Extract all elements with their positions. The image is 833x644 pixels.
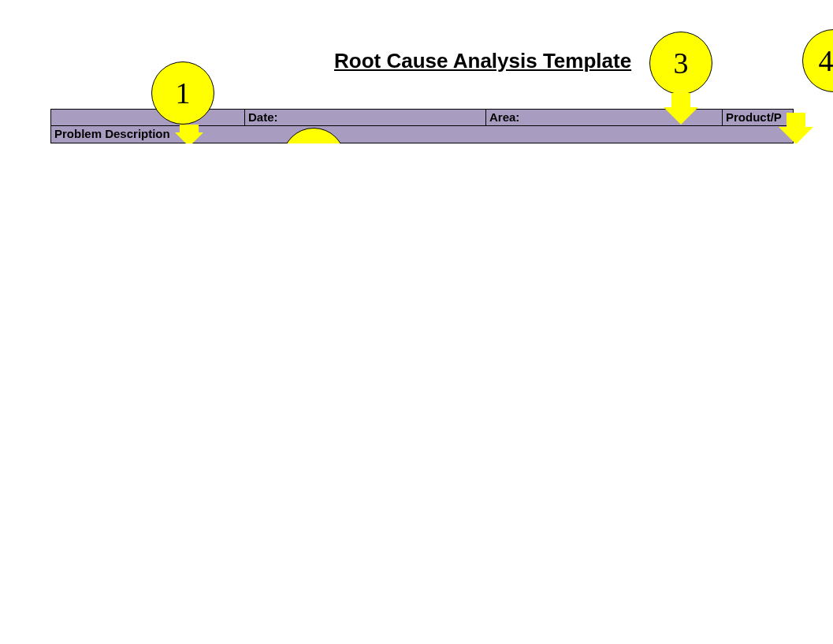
- callout-4-partial: 4: [802, 29, 833, 92]
- header-cell-blank: [51, 110, 245, 125]
- callout-partial-below: [282, 128, 345, 143]
- callout-circle-3: 3: [649, 32, 712, 95]
- callout-circle-1: 1: [151, 61, 214, 125]
- document-canvas: Root Cause Analysis Template Date: Area:…: [0, 0, 833, 644]
- callout-4-arrow: [779, 113, 813, 143]
- header-cell-date: Date:: [245, 110, 486, 125]
- callout-3-arrow: [649, 93, 712, 125]
- document-title: Root Cause Analysis Template: [334, 49, 631, 73]
- callout-1: 1: [151, 61, 214, 125]
- callout-3: 3: [649, 32, 712, 126]
- problem-description-row: Problem Description: [50, 126, 794, 143]
- callout-number-3: 3: [674, 46, 689, 80]
- callout-1-arrow: [172, 125, 206, 143]
- callout-number-1: 1: [176, 76, 191, 110]
- callout-number-4: 4: [819, 43, 834, 78]
